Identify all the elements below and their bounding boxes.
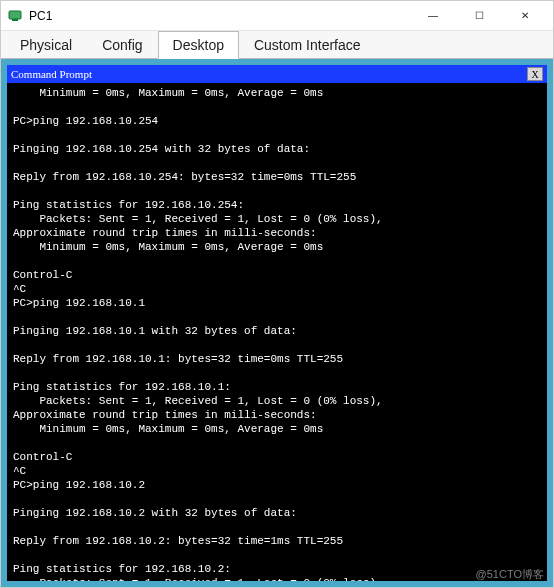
tab-custom-interface[interactable]: Custom Interface <box>239 31 376 58</box>
tab-bar: Physical Config Desktop Custom Interface <box>1 31 553 59</box>
tab-physical[interactable]: Physical <box>5 31 87 58</box>
command-prompt-titlebar[interactable]: Command Prompt X <box>7 65 547 83</box>
window-buttons: — ☐ ✕ <box>411 2 547 30</box>
command-prompt-title: Command Prompt <box>11 68 527 80</box>
desktop-workspace: Command Prompt X Minimum = 0ms, Maximum … <box>1 59 553 587</box>
minimize-button[interactable]: — <box>411 2 455 30</box>
app-window: PC1 — ☐ ✕ Physical Config Desktop Custom… <box>0 0 554 588</box>
tab-desktop[interactable]: Desktop <box>158 31 239 59</box>
window-title: PC1 <box>29 9 411 23</box>
command-prompt-close-button[interactable]: X <box>527 67 543 81</box>
maximize-button[interactable]: ☐ <box>457 2 501 30</box>
close-button[interactable]: ✕ <box>503 2 547 30</box>
titlebar[interactable]: PC1 — ☐ ✕ <box>1 1 553 31</box>
app-icon <box>7 8 23 24</box>
terminal-output[interactable]: Minimum = 0ms, Maximum = 0ms, Average = … <box>7 83 547 581</box>
svg-rect-1 <box>12 19 18 21</box>
svg-rect-0 <box>9 11 21 19</box>
tab-config[interactable]: Config <box>87 31 157 58</box>
